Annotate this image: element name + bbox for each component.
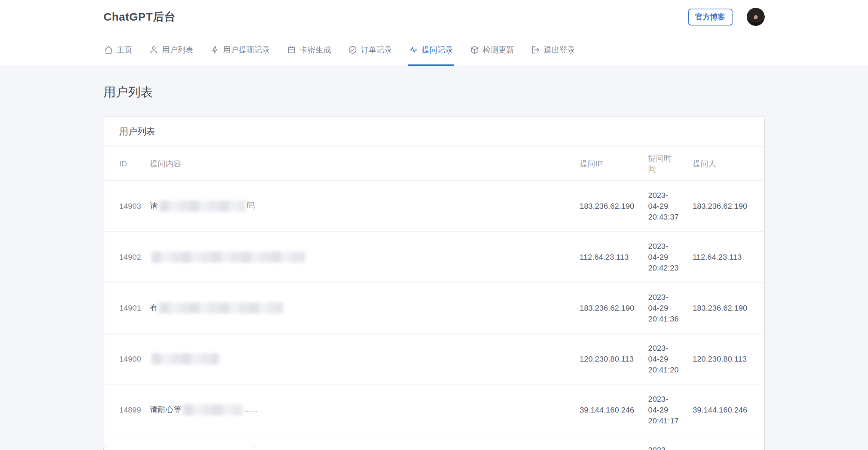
row-asker: 39.144.160.246: [686, 384, 764, 435]
row-ip: 112.64.23.113: [573, 232, 642, 283]
row-time: 2023-04-29 20:43:37: [642, 181, 686, 232]
redacted-content: [159, 302, 283, 314]
row-id-cell: 14901: [104, 283, 143, 333]
tab-card-generate[interactable]: 卡密生成: [287, 34, 331, 66]
row-content-suffix: ......: [244, 405, 258, 414]
table-row: 14900 120.230.80.113 2023-04-29 20:41:20…: [104, 333, 764, 384]
row-id: 14901: [119, 303, 141, 312]
row-id-cell: 14902: [104, 232, 143, 283]
question-records-table: ID 提问内容 提问IP 提问时间 提问人 14903 请吗 183.236.6…: [104, 147, 764, 450]
row-time: 2023-04-29 20:42:23: [642, 232, 686, 283]
row-time: 2023-04-29 20:41:36: [642, 283, 686, 333]
row-time: 2023-04-29 20:41:20: [642, 333, 686, 384]
row-id-cell: 14899: [104, 384, 143, 435]
table-row: 14902 112.64.23.113 2023-04-29 20:42:23 …: [104, 232, 764, 283]
redacted-content: [152, 353, 219, 365]
col-header-ip: 提问IP: [573, 147, 642, 181]
page-title: 用户列表: [104, 85, 765, 99]
row-content-prefix: 请: [150, 201, 158, 210]
col-header-asker: 提问人: [686, 147, 764, 181]
row-id: 14900: [119, 354, 141, 363]
redacted-content: [152, 251, 305, 263]
row-content-cell: [143, 232, 573, 283]
tab-user-list[interactable]: 用户列表: [149, 34, 194, 66]
bolt-icon: [210, 45, 220, 55]
card-title: 用户列表: [104, 117, 764, 147]
tab-logout[interactable]: 退出登录: [531, 34, 575, 66]
user-icon: [149, 45, 159, 55]
row-ip: 39.144.160.246: [573, 384, 642, 435]
row-content-cell: 有: [143, 283, 573, 333]
logout-icon: [531, 45, 540, 55]
popover-partial: [103, 446, 255, 450]
card-icon: [287, 45, 296, 55]
tab-label: 退出登录: [544, 45, 575, 55]
user-avatar[interactable]: [747, 8, 765, 26]
tab-label: 检测更新: [483, 45, 514, 55]
col-header-id: ID: [104, 147, 143, 181]
top-header: ChatGPT后台 官方博客: [0, 0, 868, 34]
row-asker: 120.230.80.113: [686, 333, 764, 384]
row-time: 2023-04-29 20:41:17: [642, 384, 686, 435]
tab-withdraw-records[interactable]: 用户提现记录: [210, 34, 270, 66]
row-content-suffix: 吗: [247, 201, 255, 210]
row-content-cell: 请吗: [143, 181, 573, 232]
row-asker: 183.236.62.190: [686, 181, 764, 232]
tab-order-records[interactable]: 订单记录: [348, 34, 392, 66]
table-row: 14903 请吗 183.236.62.190 2023-04-29 20:43…: [104, 181, 764, 232]
page-content: 用户列表 用户列表 ID 提问内容 提问IP 提问时间 提问人 14903 请吗…: [104, 85, 765, 450]
col-header-content: 提问内容: [143, 147, 573, 181]
table-row: 14899 请耐心等...... 39.144.160.246 2023-04-…: [104, 384, 764, 435]
app-title: ChatGPT后台: [104, 9, 176, 25]
tab-label: 主页: [117, 45, 133, 55]
tab-home[interactable]: 主页: [104, 34, 133, 66]
row-asker: 112.64.23.113: [686, 232, 764, 283]
tab-label: 订单记录: [361, 45, 392, 55]
official-blog-button[interactable]: 官方博客: [688, 9, 733, 25]
row-ip-cell: [573, 435, 642, 450]
row-time-cell: 2023-: [642, 435, 686, 450]
tab-label: 卡密生成: [300, 45, 331, 55]
user-list-card: 用户列表 ID 提问内容 提问IP 提问时间 提问人 14903 请吗 183.…: [104, 116, 765, 450]
row-asker-cell: [686, 435, 764, 450]
row-ip: 183.236.62.190: [573, 181, 642, 232]
row-id: 14903: [119, 202, 141, 210]
home-icon: [104, 45, 113, 55]
tab-label: 用户列表: [162, 45, 194, 55]
cube-icon: [470, 45, 479, 55]
table-header-row: ID 提问内容 提问IP 提问时间 提问人: [104, 147, 764, 181]
col-header-time: 提问时间: [642, 147, 686, 181]
tab-check-update[interactable]: 检测更新: [470, 34, 514, 66]
row-content-cell: [143, 333, 573, 384]
row-content-prefix: 有: [150, 303, 158, 312]
row-asker: 183.236.62.190: [686, 283, 764, 333]
pulse-icon: [409, 45, 418, 55]
row-content-prefix: 请耐心等: [150, 405, 182, 414]
table-row: 14901 有 183.236.62.190 2023-04-29 20:41:…: [104, 283, 764, 333]
row-id: 14899: [119, 405, 141, 414]
row-ip: 120.230.80.113: [573, 333, 642, 384]
main-navigation: 主页用户列表用户提现记录卡密生成订单记录提问记录检测更新退出登录: [0, 34, 868, 66]
row-id-cell: 14903: [104, 181, 143, 232]
redacted-content: [183, 404, 243, 416]
row-id-cell: 14900: [104, 333, 143, 384]
row-ip: 183.236.62.190: [573, 283, 642, 333]
tab-question-records[interactable]: 提问记录: [409, 34, 453, 66]
redacted-content: [159, 200, 246, 212]
row-content-cell: 请耐心等......: [143, 384, 573, 435]
check-circle-icon: [348, 45, 357, 55]
row-id: 14902: [119, 253, 141, 261]
tab-label: 用户提现记录: [223, 45, 270, 55]
tab-label: 提问记录: [422, 45, 453, 55]
